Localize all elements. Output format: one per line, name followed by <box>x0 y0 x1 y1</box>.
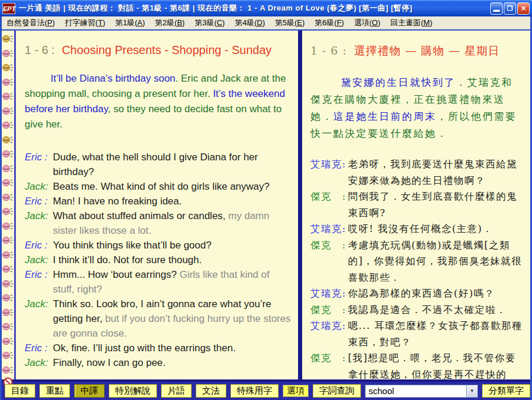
speaker-lips-icon[interactable] <box>2 363 14 378</box>
maximize-button[interactable]: ❐ <box>504 2 516 15</box>
chinese-panel: 1 - 6 :選擇禮物 — 購物 — 星期日 黛安娜的生日就快到了．艾瑞克和傑克… <box>302 31 530 379</box>
word-search-input[interactable] <box>366 385 466 397</box>
speaker-lips-icon <box>2 236 14 245</box>
menu-item[interactable]: 第1級(A) <box>115 18 145 28</box>
speaker-lips-icon <box>2 207 14 216</box>
toolbar-button[interactable]: 重點 <box>39 384 70 398</box>
dialog-text: 哎呀! 我沒有任何概念(主意)． <box>348 221 523 237</box>
speaker-lips-icon[interactable] <box>2 233 14 248</box>
menu-item[interactable]: 第2級(B) <box>155 18 185 28</box>
speaker-lips-icon <box>2 279 14 288</box>
english-dialog: Eric :Dude, what the hell should I give … <box>25 150 292 370</box>
dialog-line: 傑克 :[我]想是吧．喂，老兄．我不管你要拿什麼送她，但你要是再不趕快的話，商店… <box>310 350 523 379</box>
dialog-text: Finally, now I can go pee. <box>53 355 292 370</box>
text-segment: [我]想是吧．喂，老兄．我不管你要拿什麼送她，但你要是再不趕快的話，商店就要關門… <box>348 352 516 379</box>
speaker-lips-icon[interactable] <box>2 277 14 291</box>
dialog-text: Hmm... How ‘bout earrings? Girls like th… <box>53 267 292 297</box>
menu-item[interactable]: 第6級(F) <box>314 18 344 28</box>
speaker-label: 艾瑞克: <box>310 318 348 350</box>
dialog-line: Eric :Man! I have no freaking idea. <box>25 194 292 209</box>
english-panel: 1 - 6 :Choosing Presents - Shopping - Su… <box>16 31 298 379</box>
menu-item[interactable]: 選項(O) <box>354 18 380 28</box>
text-segment: Man! I have no freaking idea. <box>53 196 182 207</box>
toolbar-button[interactable]: 文法 <box>196 384 226 398</box>
speaker-lips-icon[interactable] <box>2 291 14 305</box>
speaker-lips-icon[interactable] <box>2 219 14 234</box>
speaker-lips-icon[interactable] <box>2 162 14 176</box>
toolbar-button[interactable]: 字詞查詢 <box>313 384 361 398</box>
speaker-label: Eric : <box>25 238 53 253</box>
text-segment: 老弟呀，我到底要送什麼鬼東西給黛安娜來做為她的生日禮物啊？ <box>348 159 517 186</box>
speaker-lips-icon[interactable] <box>2 348 14 363</box>
menu-item[interactable]: 打字練習(T) <box>65 18 105 28</box>
toolbar-button[interactable]: 目錄 <box>5 384 35 398</box>
speaker-lips-icon <box>2 34 14 43</box>
speaker-lips-icon[interactable] <box>2 176 14 190</box>
text-segment: 我認爲是適合．不過不太確定啦． <box>348 304 507 315</box>
bottom-toolbar: 目錄重點中譯特別解說片語文法特殊用字選項字詞查詢 ▼ 分類單字 <box>2 382 530 400</box>
text-segment: 問倒我了．女生到底喜歡什麼樣的鬼東西啊? <box>348 191 517 219</box>
minimize-button[interactable]: ▬ <box>490 2 503 15</box>
toolbar-button[interactable]: 片語 <box>161 384 192 398</box>
speaker-lips-icon[interactable] <box>2 46 14 61</box>
chevron-down-icon: ▼ <box>470 388 474 394</box>
speaker-lips-icon[interactable] <box>2 248 14 263</box>
toolbar-button[interactable]: 選項 <box>283 385 309 397</box>
toolbar-button[interactable]: 特別解說 <box>109 384 157 398</box>
speaker-lips-icon[interactable] <box>2 320 14 334</box>
speaker-label: Eric : <box>25 150 53 179</box>
speaker-lips-icon[interactable] <box>2 60 14 75</box>
main-content: 1 - 6 :Choosing Presents - Shopping - Su… <box>2 29 530 382</box>
lesson-title: 選擇禮物 — 購物 — 星期日 <box>354 44 500 57</box>
speaker-lips-icon <box>2 250 14 260</box>
menu-item[interactable]: 回主畫面(M) <box>390 18 433 28</box>
speaker-lips-icon[interactable] <box>2 190 14 205</box>
toolbar-button[interactable]: 特殊用字 <box>230 384 279 398</box>
text-segment: Finally, now I can go pee. <box>53 357 166 368</box>
dialog-text: Man! I have no freaking idea. <box>53 194 292 209</box>
menu-item[interactable]: 第5級(E) <box>275 18 305 28</box>
speaker-label: Eric : <box>25 194 53 209</box>
speaker-label: Jack: <box>25 179 53 194</box>
close-icon: ✕ <box>521 5 526 12</box>
dialog-line: 傑克 :我認爲是適合．不過不太確定啦． <box>310 302 523 318</box>
speaker-lips-icon[interactable] <box>2 334 14 349</box>
dialog-text: Beats me. What kind of shit do girls lik… <box>53 179 292 194</box>
speaker-lips-icon[interactable] <box>2 133 14 147</box>
toolbar-button[interactable]: 分類單字 <box>482 384 530 398</box>
speaker-lips-icon[interactable] <box>2 147 14 162</box>
speaker-lips-icon[interactable] <box>2 305 14 320</box>
speaker-lips-icon <box>2 365 14 375</box>
speaker-lips-icon <box>2 149 14 159</box>
text-segment: It’ll be Diana’s birthday soon <box>51 73 175 84</box>
speaker-lips-icon[interactable] <box>2 118 14 133</box>
speaker-lips-icon[interactable] <box>2 204 14 219</box>
speaker-lips-icon <box>2 135 14 144</box>
speaker-lips-icon <box>2 337 14 346</box>
speaker-lips-icon <box>2 164 14 173</box>
toolbar-button[interactable]: 中譯 <box>74 384 105 398</box>
dialog-line: 艾瑞克:哎呀! 我沒有任何概念(主意)． <box>310 221 523 237</box>
speaker-lips-icon[interactable] <box>2 32 14 46</box>
speaker-label: 傑克 : <box>310 237 348 286</box>
combo-dropdown-button[interactable]: ▼ <box>466 385 477 397</box>
dialog-text: Ok, fine. I’ll just go with the earrings… <box>53 341 292 355</box>
dialog-text: 問倒我了．女生到底喜歡什麼樣的鬼東西啊? <box>348 189 523 221</box>
speaker-lips-icon[interactable] <box>2 75 14 90</box>
dialog-line: Jack:Beats me. What kind of shit do girl… <box>25 179 292 194</box>
dialog-text: You think things like that’ll be good? <box>53 238 292 253</box>
dialog-text: Think so. Look bro, I ain’t gonna care w… <box>53 297 292 341</box>
dialog-text: 你認為那樣的東西適合(好)嗎？ <box>348 285 523 302</box>
dialog-line: Jack:What about stuffed animals or candl… <box>25 209 292 238</box>
speaker-lips-icon[interactable] <box>2 262 14 277</box>
dialog-line: 艾瑞克:你認為那樣的東西適合(好)嗎？ <box>310 285 523 302</box>
speaker-lips-icon[interactable] <box>2 104 14 119</box>
app-icon: EPT <box>2 3 15 14</box>
speaker-label: Jack: <box>25 297 53 341</box>
menu-item[interactable]: 第4級(D) <box>235 18 265 28</box>
menu-item[interactable]: 第3級(C) <box>195 18 225 28</box>
speaker-lips-icon <box>2 351 14 360</box>
speaker-lips-icon[interactable] <box>2 89 14 104</box>
menu-item[interactable]: 自然發音法(P) <box>6 18 55 28</box>
close-button[interactable]: ✕ <box>517 2 530 15</box>
